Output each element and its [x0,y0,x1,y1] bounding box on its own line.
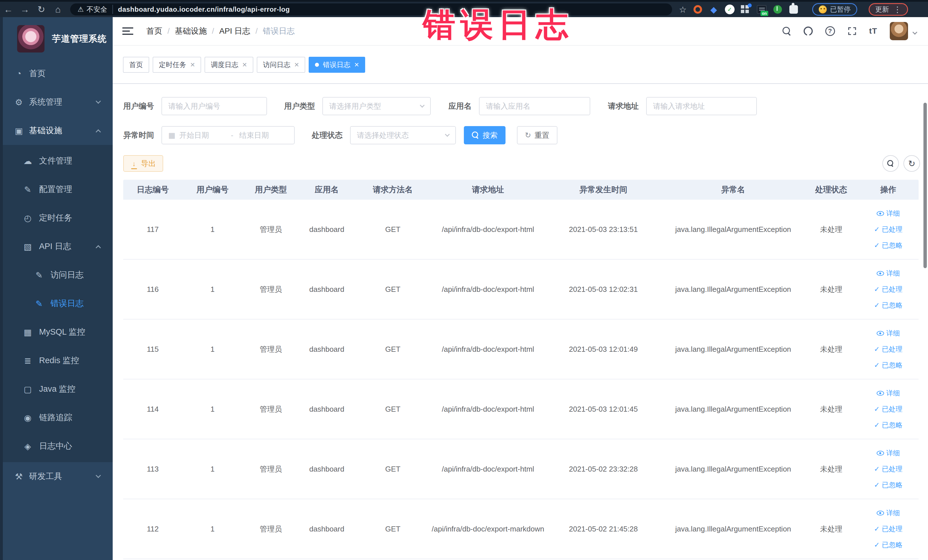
request-url-input[interactable] [653,102,750,111]
ignored-label: 已忽略 [882,360,903,370]
extension-orange-icon[interactable] [693,5,703,14]
paused-pill-button[interactable]: 已暂停 [812,3,857,16]
cell-status: 未处理 [804,404,858,414]
extension-grid-icon[interactable] [741,5,751,14]
app-logo-row[interactable]: 芋道管理系统 [0,17,113,60]
request-url-input-box [646,97,757,115]
java-icon [22,384,34,394]
bookmark-star-icon[interactable] [679,5,687,15]
check-icon [874,285,879,293]
sidebar-item-error-log[interactable]: 错误日志 [0,289,113,318]
breadcrumb-home[interactable]: 首页 [147,26,162,37]
sidebar-item-home[interactable]: 首页 [0,60,113,88]
sidebar-item-dev-tools[interactable]: 研发工具 [0,462,113,491]
browser-reload-icon[interactable] [33,4,50,15]
detail-link[interactable]: 详细 [877,449,900,458]
help-icon[interactable] [825,26,835,36]
mark-ignored-link[interactable]: 已忽略 [874,301,902,310]
font-size-icon[interactable] [869,26,877,36]
detail-link[interactable]: 详细 [877,269,900,278]
fullscreen-icon[interactable] [847,26,857,36]
mark-ignored-link[interactable]: 已忽略 [874,421,902,430]
check-icon [874,541,879,549]
mark-ignored-link[interactable]: 已忽略 [874,481,902,490]
breadcrumb-infrastructure[interactable]: 基础设施 [175,26,207,37]
browser-menu-kebab-icon[interactable] [893,5,902,14]
close-icon[interactable] [295,61,299,69]
sidebar-item-system-management[interactable]: 系统管理 [0,88,113,116]
tab-home[interactable]: 首页 [123,57,149,73]
close-icon[interactable] [354,61,359,69]
scrollbar-thumb[interactable] [923,103,927,268]
browser-back-icon[interactable] [0,4,17,15]
avatar-caret-down-icon[interactable] [913,30,917,35]
sidebar-item-redis-monitor[interactable]: Redis 监控 [0,346,113,375]
mark-processed-link[interactable]: 已处理 [874,404,902,414]
cell-user-type: 管理员 [243,464,299,474]
tab-dispatch-log[interactable]: 调度日志 [205,57,253,73]
date-range-picker[interactable]: 开始日期 - 结束日期 [162,126,295,144]
close-icon[interactable] [190,61,195,69]
process-status-select[interactable]: 请选择处理状态 [350,126,456,144]
mark-processed-link[interactable]: 已处理 [874,345,902,354]
sidebar-item-scheduled-tasks[interactable]: 定时任务 [0,204,113,232]
sidebar-item-config-management[interactable]: 配置管理 [0,175,113,204]
mark-ignored-link[interactable]: 已忽略 [874,241,902,250]
refresh-table-button[interactable] [904,155,920,172]
search-button[interactable]: 搜索 [464,126,505,144]
tab-scheduled-tasks[interactable]: 定时任务 [153,57,201,73]
sidebar-item-trace[interactable]: 链路追踪 [0,403,113,432]
github-icon[interactable] [804,26,813,36]
detail-link[interactable]: 详细 [877,209,900,218]
export-button[interactable]: 导出 [123,155,163,172]
sidebar-item-access-log[interactable]: 访问日志 [0,261,113,289]
extension-shield-icon[interactable]: ◆ [709,5,719,14]
sidebar-item-file-management[interactable]: 文件管理 [0,146,113,175]
detail-link[interactable]: 详细 [877,329,900,338]
detail-link[interactable]: 详细 [877,508,900,517]
user-avatar[interactable] [890,22,908,40]
cell-exception-name: java.lang.IllegalArgumentException [662,465,804,473]
app-name-input[interactable] [486,102,583,111]
breadcrumb-separator [212,26,214,36]
tab-access-log[interactable]: 访问日志 [257,57,305,73]
close-icon[interactable] [242,61,247,69]
mark-ignored-link[interactable]: 已忽略 [874,360,902,370]
browser-forward-icon[interactable] [17,4,33,15]
update-browser-button[interactable]: 更新 [868,3,908,16]
ignored-label: 已忽略 [882,421,903,430]
address-bar[interactable]: 不安全 dashboard.yudao.iocoder.cn/infra/log… [70,3,672,15]
mark-processed-link[interactable]: 已处理 [874,225,902,234]
cell-method: GET [355,465,431,473]
mark-ignored-link[interactable]: 已忽略 [874,540,902,549]
user-id-input[interactable] [168,102,260,111]
sidebar-item-java-monitor[interactable]: Java 监控 [0,375,113,403]
browser-home-icon[interactable] [50,4,66,15]
extension-on-switch-icon[interactable]: on [757,5,766,14]
col-actions: 操作 [858,184,919,195]
sidebar-item-mysql-monitor[interactable]: MySQL 监控 [0,318,113,346]
cell-status: 未处理 [804,344,858,354]
extension-sprout-icon[interactable] [773,5,783,14]
toggle-search-button[interactable] [882,155,899,172]
search-icon[interactable] [783,27,791,35]
extensions-puzzle-icon[interactable] [789,5,798,14]
extension-green-check-icon[interactable]: ✓ [725,5,734,14]
cell-request-url: /api/infra/db-doc/export-html [431,405,545,414]
tab-error-log[interactable]: 错误日志 [309,57,365,73]
sidebar-item-log-center[interactable]: 日志中心 [0,432,113,461]
mark-processed-link[interactable]: 已处理 [874,285,902,294]
sidebar-item-api-log[interactable]: API 日志 [0,232,113,261]
mark-processed-link[interactable]: 已处理 [874,524,902,534]
app-logo-avatar [17,25,44,52]
mark-processed-link[interactable]: 已处理 [874,464,902,473]
sidebar: 芋道管理系统 首页 系统管理 基础设施 文件管理 配置管理 [0,17,113,560]
cell-user-id: 1 [182,405,243,414]
detail-link[interactable]: 详细 [877,389,900,398]
sidebar-collapse-icon[interactable] [122,25,134,37]
breadcrumb-api-log[interactable]: API 日志 [219,26,250,37]
user-type-select[interactable]: 请选择用户类型 [322,97,431,115]
sidebar-item-infrastructure[interactable]: 基础设施 [0,116,113,145]
cell-method: GET [355,405,431,414]
reset-button[interactable]: 重置 [517,126,557,144]
